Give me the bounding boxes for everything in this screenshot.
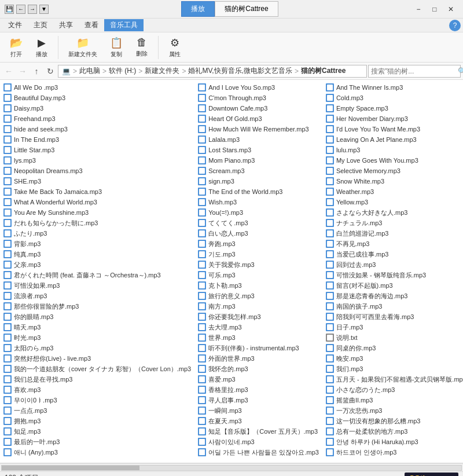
list-item[interactable]: 一瞬间.mp3 <box>194 405 322 416</box>
menu-music-tools[interactable]: 音乐工具 <box>104 19 144 31</box>
search-input[interactable] <box>371 67 458 75</box>
list-item[interactable]: Leaving On A Jet Plane.mp3 <box>322 134 463 145</box>
list-item[interactable]: 可乐.mp3 <box>194 270 322 280</box>
list-item[interactable]: 回到过去.mp3 <box>322 259 463 270</box>
list-item[interactable]: You(=!).mp3 <box>194 207 322 218</box>
list-item[interactable]: 克卜勒.mp3 <box>194 280 322 291</box>
list-item[interactable]: How Much Will We Remember.mp3 <box>194 124 322 134</box>
list-item[interactable]: 太阳のら.mp3 <box>0 343 194 353</box>
list-item[interactable]: hide and seek.mp3 <box>0 124 194 134</box>
list-item[interactable]: 白い恋人.mp3 <box>194 228 322 239</box>
undo-btn[interactable]: ← <box>16 5 25 14</box>
list-item[interactable]: 무이이0ㅑ.mp3 <box>0 395 194 405</box>
list-item[interactable]: Heart Of Gold.mp3 <box>194 113 322 124</box>
list-item[interactable]: sign.mp3 <box>194 176 322 186</box>
tab-play[interactable]: 播放 <box>181 1 215 17</box>
menu-file[interactable]: 文件 <box>2 19 28 31</box>
list-item[interactable]: Cold.mp3 <box>322 93 463 103</box>
up-button[interactable]: ↑ <box>30 65 43 78</box>
list-item[interactable]: 这一切没有想象的那么糟.mp3 <box>322 416 463 426</box>
list-item[interactable]: ナチュラル.mp3 <box>322 218 463 228</box>
list-item[interactable]: 不再见.mp3 <box>322 239 463 249</box>
list-item[interactable]: だれも知らなかった朝に.mp3 <box>0 218 194 228</box>
list-item[interactable]: 可惜没如果.mp3 <box>0 280 194 291</box>
list-item[interactable]: Little Star.mp3 <box>0 145 194 155</box>
list-item[interactable]: 当爱已成往事.mp3 <box>322 249 463 259</box>
list-item[interactable]: 君がくれた時間 (feat. 斎藤ネコ ～Orchestra～).mp3 <box>0 270 194 280</box>
ribbon-delete-btn[interactable]: 🗑 删除 <box>130 35 153 60</box>
list-item[interactable]: Her November Diary.mp3 <box>322 113 463 124</box>
list-item[interactable]: Beautiful Day.mp3 <box>0 93 194 103</box>
list-item[interactable]: 陪我到可可西里去看海.mp3 <box>322 312 463 322</box>
list-item[interactable]: 奔跑.mp3 <box>194 239 322 249</box>
list-item[interactable]: Scream.mp3 <box>194 166 322 176</box>
list-item[interactable]: 南方.mp3 <box>194 301 322 312</box>
list-item[interactable]: lulu.mp3 <box>322 145 463 155</box>
list-item[interactable]: Snow White.mp3 <box>322 176 463 186</box>
help-button[interactable]: ? <box>449 20 461 31</box>
search-box[interactable]: 🔍 <box>368 65 461 78</box>
back-button[interactable]: ← <box>2 65 15 78</box>
list-item[interactable]: 我们总是在寻找.mp3 <box>0 374 194 385</box>
list-item[interactable]: 애니 (Any).mp3 <box>0 447 194 457</box>
list-item[interactable]: 寻人启事.mp3 <box>194 395 322 405</box>
path-subfolder[interactable]: 婚礼MV,快剪音乐,微电影文艺音乐 <box>188 66 292 76</box>
list-item[interactable]: 流浪者.mp3 <box>0 291 194 301</box>
list-item[interactable]: 在夏天.mp3 <box>194 416 322 426</box>
list-item[interactable]: 纯真.mp3 <box>0 249 194 259</box>
list-item[interactable]: The End of the World.mp3 <box>194 186 322 197</box>
list-item[interactable]: 五月天 - 如果我们不留相遇-文武贝钢琴版.mp3 <box>322 374 463 385</box>
list-item[interactable]: 说明.txt <box>322 332 463 343</box>
minimize-button[interactable]: − <box>411 3 426 15</box>
list-item[interactable]: 一万次悲伤.mp3 <box>322 405 463 416</box>
ribbon-copy-btn[interactable]: 📋 复制 <box>105 35 128 60</box>
path-folder[interactable]: 新建文件夹 <box>145 66 179 76</box>
list-item[interactable]: 香格里拉.mp3 <box>194 385 322 395</box>
list-item[interactable]: 晴天.mp3 <box>0 322 194 332</box>
list-item[interactable]: Neopolitan Dreams.mp3 <box>0 166 194 176</box>
list-item[interactable]: All We Do .mp3 <box>0 82 194 93</box>
list-item[interactable]: Take Me Back To Jamaica.mp3 <box>0 186 194 197</box>
list-item[interactable]: 那是迷恋青春的海边.mp3 <box>322 291 463 301</box>
list-item[interactable]: Lost Stars.mp3 <box>194 145 322 155</box>
list-item[interactable]: Weather.mp3 <box>322 186 463 197</box>
maximize-button[interactable]: □ <box>427 3 442 15</box>
list-item[interactable]: SHE.mp3 <box>0 176 194 186</box>
list-item[interactable]: 晚安.mp3 <box>322 353 463 364</box>
list-item[interactable]: ふたり.mp3 <box>0 228 194 239</box>
menu-home[interactable]: 主页 <box>28 19 53 31</box>
list-item[interactable]: 你还要我怎样.mp3 <box>194 312 322 322</box>
list-item[interactable]: さよなら大好きな人.mp3 <box>322 207 463 218</box>
list-item[interactable]: lys.mp3 <box>0 155 194 166</box>
list-item[interactable]: 一点点.mp3 <box>0 405 194 416</box>
path-computer[interactable]: 此电脑 <box>79 66 100 76</box>
list-item[interactable]: 사람이있네.mp3 <box>194 437 322 447</box>
list-item[interactable]: 안녕 하루카 (Hi Haruka).mp3 <box>322 437 463 447</box>
list-item[interactable]: 时光.mp3 <box>0 332 194 343</box>
list-item[interactable]: Lalala.mp3 <box>194 134 322 145</box>
tab-cattree[interactable]: 猫的树Cattree <box>215 1 278 17</box>
ribbon-play-btn[interactable]: ▶ 播放 <box>30 35 53 60</box>
path-drive[interactable]: 软件 (H:) <box>109 66 136 76</box>
list-item[interactable]: 我怀念的.mp3 <box>194 364 322 374</box>
list-item[interactable]: 日子.mp3 <box>322 322 463 332</box>
list-item[interactable]: 世界.mp3 <box>194 332 322 343</box>
list-item[interactable]: Empty Space.mp3 <box>322 103 463 113</box>
list-item[interactable]: 小さな恋のうた.mp3 <box>322 385 463 395</box>
list-item[interactable]: Daisy.mp3 <box>0 103 194 113</box>
list-item[interactable]: 最后的一叶.mp3 <box>0 437 194 447</box>
list-item[interactable]: Downtown Cafe.mp3 <box>194 103 322 113</box>
list-item[interactable]: 可惜没如果 - 钢琴版纯音乐.mp3 <box>322 270 463 280</box>
list-item[interactable]: 我的一个道姑朋友（cover タイナカ 彩智）（Cover Lon）.mp3 <box>0 364 194 374</box>
address-path[interactable]: 💻 > 此电脑 > 软件 (H:) > 新建文件夹 > 婚礼MV,快剪音乐,微电… <box>58 65 367 78</box>
ribbon-properties-btn[interactable]: ⚙ 属性 <box>163 35 186 60</box>
menu-share[interactable]: 共享 <box>53 19 79 31</box>
list-item[interactable]: 去大理.mp3 <box>194 322 322 332</box>
quick-access-btn[interactable]: 💾 <box>5 5 14 14</box>
list-item[interactable]: 外面的世界.mp3 <box>194 353 322 364</box>
list-item[interactable]: 那些你很冒险的梦.mp3 <box>0 301 194 312</box>
scrollbar-thumb[interactable] <box>2 466 139 470</box>
list-item[interactable]: You Are My Sunshine.mp3 <box>0 207 194 218</box>
list-item[interactable]: 总有一处柔软的地方.mp3 <box>322 426 463 437</box>
list-item[interactable]: What A Wonderful World.mp3 <box>0 197 194 207</box>
